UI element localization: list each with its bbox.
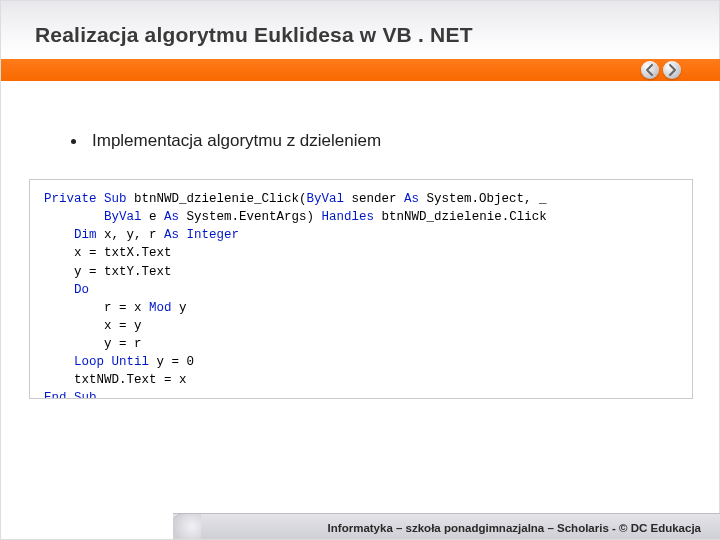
- code-kw: Handles: [322, 210, 375, 224]
- accent-bar: [1, 59, 720, 81]
- prev-button[interactable]: [641, 61, 659, 79]
- slide-title: Realizacja algorytmu Euklidesa w VB . NE…: [35, 23, 473, 47]
- code-kw: Do: [44, 283, 89, 297]
- code-text: e: [142, 210, 165, 224]
- code-kw: ByVal: [307, 192, 345, 206]
- code-kw: As: [404, 192, 419, 206]
- slide: Realizacja algorytmu Euklidesa w VB . NE…: [0, 0, 720, 540]
- chevron-left-icon: [641, 61, 659, 79]
- code-kw: Mod: [149, 301, 172, 315]
- bullet-text: Implementacja algorytmu z dzieleniem: [92, 131, 381, 151]
- code-text: r = x: [44, 301, 149, 315]
- code-kw: Dim: [74, 228, 97, 242]
- code-text: x, y, r: [97, 228, 165, 242]
- bullet-item: Implementacja algorytmu z dzieleniem: [71, 131, 381, 151]
- code-text: btnNWD_dzielenie.Click: [374, 210, 547, 224]
- code-kw: Private Sub: [44, 192, 127, 206]
- next-button[interactable]: [663, 61, 681, 79]
- code-text: System.EventArgs): [179, 210, 322, 224]
- footer-cap: [171, 513, 201, 539]
- chevron-right-icon: [663, 61, 681, 79]
- code-text: y: [172, 301, 187, 315]
- code-text: x = y: [44, 319, 142, 333]
- bullet-dot-icon: [71, 139, 76, 144]
- code-snippet: Private Sub btnNWD_dzielenie_Click(ByVal…: [29, 179, 693, 399]
- code-kw: As Integer: [164, 228, 239, 242]
- code-text: y = 0: [149, 355, 194, 369]
- code-text: y = r: [44, 337, 142, 351]
- footer-white: [1, 513, 173, 539]
- code-text: x = txtX.Text: [44, 246, 172, 260]
- code-kw: End Sub: [44, 391, 97, 399]
- code-text: btnNWD_dzielenie_Click(: [127, 192, 307, 206]
- code-text: sender: [344, 192, 404, 206]
- code-kw: As: [164, 210, 179, 224]
- code-text: System.Object, _: [419, 192, 547, 206]
- footer-text: Informatyka – szkoła ponadgimnazjalna – …: [328, 522, 701, 534]
- code-text: y = txtY.Text: [44, 265, 172, 279]
- code-text: txtNWD.Text = x: [44, 373, 187, 387]
- code-kw: ByVal: [104, 210, 142, 224]
- code-kw: Loop Until: [44, 355, 149, 369]
